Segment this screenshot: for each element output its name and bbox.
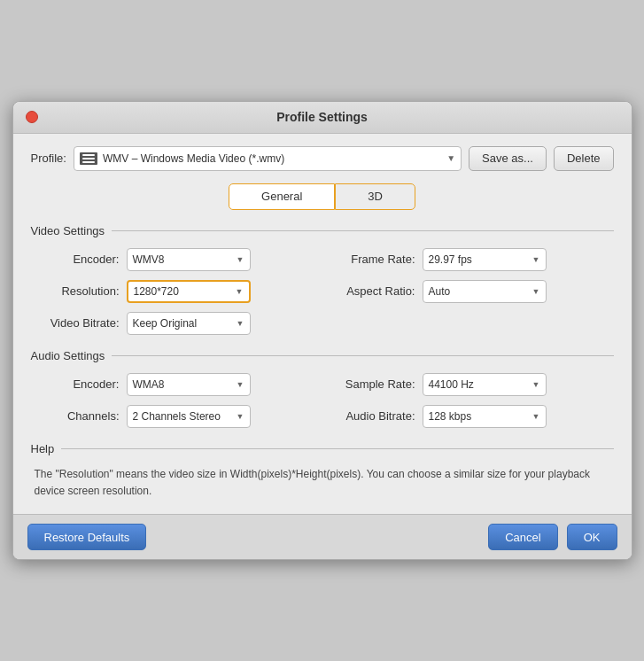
aspect-ratio-arrow: ▼ (532, 287, 540, 296)
audio-encoder-row: Encoder: WMA8 ▼ (40, 373, 318, 396)
cancel-button[interactable]: Cancel (488, 524, 557, 550)
help-title: Help (31, 442, 55, 455)
close-button[interactable] (26, 111, 38, 123)
aspect-ratio-row: Aspect Ratio: Auto ▼ (336, 280, 614, 303)
frame-rate-row: Frame Rate: 29.97 fps ▼ (336, 248, 614, 271)
video-settings-header: Video Settings (31, 224, 614, 237)
help-section: Help The "Resolution" means the video si… (31, 442, 614, 500)
audio-bitrate-label: Audio Bitrate: (336, 409, 415, 423)
profile-dropdown[interactable]: WMV – Windows Media Video (*.wmv) ▼ (74, 146, 462, 171)
video-settings-title: Video Settings (31, 224, 105, 237)
audio-encoder-value: WMA8 (133, 378, 237, 391)
video-settings-divider (112, 230, 613, 231)
frame-rate-label: Frame Rate: (336, 253, 415, 266)
audio-bitrate-value: 128 kbps (429, 410, 532, 423)
profile-row: Profile: WMV – Windows Media Video (*.wm… (31, 146, 614, 171)
profile-select-value: WMV – Windows Media Video (*.wmv) (103, 152, 441, 165)
right-buttons: Cancel OK (488, 524, 617, 550)
profile-icon (80, 152, 97, 165)
encoder-value: WMV8 (133, 253, 237, 266)
audio-encoder-label: Encoder: (40, 377, 120, 391)
save-as-button[interactable]: Save as... (469, 146, 547, 171)
help-divider (61, 448, 613, 449)
resolution-value: 1280*720 (134, 285, 236, 298)
audio-settings-divider (112, 355, 613, 356)
sample-rate-row: Sample Rate: 44100 Hz ▼ (336, 373, 614, 396)
channels-value: 2 Channels Stereo (133, 410, 237, 423)
channels-row: Channels: 2 Channels Stereo ▼ (40, 405, 318, 428)
resolution-arrow: ▼ (236, 287, 244, 296)
video-bitrate-row: Video Bitrate: Keep Original ▼ (31, 312, 614, 335)
profile-settings-window: Profile Settings Profile: WMV – Windows … (12, 101, 632, 560)
resolution-label: Resolution: (40, 284, 120, 298)
help-header: Help (31, 442, 614, 455)
channels-dropdown[interactable]: 2 Channels Stereo ▼ (127, 405, 251, 428)
aspect-ratio-dropdown[interactable]: Auto ▼ (423, 280, 547, 303)
ok-button[interactable]: OK (567, 524, 617, 550)
profile-dropdown-arrow: ▼ (446, 153, 455, 163)
profile-label: Profile: (31, 152, 66, 165)
sample-rate-dropdown[interactable]: 44100 Hz ▼ (423, 373, 547, 396)
video-bitrate-dropdown[interactable]: Keep Original ▼ (127, 312, 251, 335)
audio-form-grid: Encoder: WMA8 ▼ Sample Rate: 44100 Hz ▼ … (31, 373, 614, 428)
audio-settings-header: Audio Settings (31, 349, 614, 362)
encoder-row: Encoder: WMV8 ▼ (40, 248, 318, 271)
restore-defaults-button[interactable]: Restore Defaults (27, 524, 147, 550)
audio-encoder-arrow: ▼ (237, 380, 244, 389)
sample-rate-label: Sample Rate: (336, 377, 415, 391)
audio-settings-title: Audio Settings (31, 349, 105, 362)
video-form-grid: Encoder: WMV8 ▼ Frame Rate: 29.97 fps ▼ … (31, 248, 614, 303)
video-bitrate-value: Keep Original (133, 317, 237, 330)
titlebar: Profile Settings (13, 102, 632, 134)
audio-bitrate-arrow: ▼ (532, 412, 540, 421)
video-settings-section: Video Settings Encoder: WMV8 ▼ Frame Rat… (31, 224, 614, 335)
encoder-dropdown[interactable]: WMV8 ▼ (127, 248, 251, 271)
tab-3d[interactable]: 3D (335, 183, 415, 210)
window-title: Profile Settings (276, 110, 368, 124)
frame-rate-arrow: ▼ (532, 255, 540, 264)
resolution-dropdown[interactable]: 1280*720 ▼ (127, 280, 251, 303)
sample-rate-arrow: ▼ (532, 380, 540, 389)
video-bitrate-label: Video Bitrate: (40, 316, 120, 330)
content-area: Profile: WMV – Windows Media Video (*.wm… (13, 134, 632, 500)
audio-bitrate-dropdown[interactable]: 128 kbps ▼ (423, 405, 547, 428)
frame-rate-value: 29.97 fps (429, 253, 532, 266)
aspect-ratio-value: Auto (429, 285, 532, 298)
delete-button[interactable]: Delete (554, 146, 614, 171)
channels-label: Channels: (40, 409, 120, 423)
encoder-arrow: ▼ (237, 255, 244, 264)
tab-general[interactable]: General (229, 183, 335, 210)
audio-settings-section: Audio Settings Encoder: WMA8 ▼ Sample Ra… (31, 349, 614, 428)
aspect-ratio-label: Aspect Ratio: (336, 284, 415, 298)
frame-rate-dropdown[interactable]: 29.97 fps ▼ (423, 248, 547, 271)
tab-row: General 3D (31, 183, 614, 210)
resolution-row: Resolution: 1280*720 ▼ (40, 280, 318, 303)
bottom-bar: Restore Defaults Cancel OK (13, 514, 632, 559)
help-text: The "Resolution" means the video size in… (31, 466, 614, 500)
channels-arrow: ▼ (237, 412, 244, 421)
sample-rate-value: 44100 Hz (429, 378, 532, 391)
audio-encoder-dropdown[interactable]: WMA8 ▼ (127, 373, 251, 396)
encoder-label: Encoder: (40, 253, 120, 266)
audio-bitrate-row: Audio Bitrate: 128 kbps ▼ (336, 405, 614, 428)
video-bitrate-arrow: ▼ (237, 319, 244, 328)
